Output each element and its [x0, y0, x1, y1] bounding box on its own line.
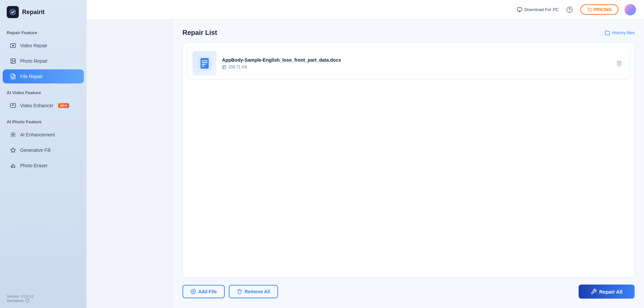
logo-area[interactable]: Repairit: [0, 0, 87, 24]
download-for-pc-button[interactable]: Download For PC: [517, 7, 559, 12]
user-avatar[interactable]: [625, 4, 636, 15]
main-content: Repair List History files AppBody-Sa: [173, 19, 644, 308]
history-files-label: History files: [612, 30, 635, 35]
sidebar-item-video-repair[interactable]: Video Repair: [3, 39, 84, 53]
new-badge: NEW: [58, 103, 69, 108]
repair-list-content: AppBody-Sample-English_lose_front_part_d…: [182, 43, 635, 278]
svg-point-9: [12, 134, 14, 136]
sidebar-item-file-repair[interactable]: File Repair: [3, 69, 84, 83]
file-item: AppBody-Sample-English_lose_front_part_d…: [187, 47, 630, 80]
bottom-bar: Add File Remove All Repair All: [182, 278, 635, 299]
sidebar-label-generative-fill: Generative Fill: [20, 147, 50, 153]
svg-point-19: [591, 11, 591, 11]
sidebar-item-video-enhancer[interactable]: Video Enhancer NEW: [3, 99, 84, 113]
sidebar-item-photo-repair[interactable]: Photo Repair: [3, 54, 84, 68]
sidebar-label-video-enhancer: Video Enhancer: [20, 103, 53, 108]
disclaimer-link[interactable]: Disclaimer: [7, 298, 80, 303]
svg-rect-13: [518, 8, 522, 11]
sidebar-label-ai-enhancement: AI Enhancement: [20, 132, 55, 137]
add-file-label: Add File: [198, 289, 217, 294]
sidebar-label-photo-repair: Photo Repair: [20, 58, 48, 64]
repair-icon: [591, 289, 597, 295]
history-files-button[interactable]: History files: [605, 30, 635, 36]
ai-enhancement-icon: [9, 131, 17, 138]
photo-eraser-icon: [9, 162, 17, 169]
header: Download For PC PRICING: [87, 0, 644, 19]
file-repair-icon: [9, 73, 17, 80]
svg-rect-22: [202, 60, 208, 61]
photo-repair-icon: [9, 57, 17, 65]
file-thumbnail: [193, 51, 217, 75]
svg-rect-25: [202, 66, 205, 66]
help-button[interactable]: [565, 5, 574, 14]
ai-photo-feature-label: AI Photo Feature: [0, 113, 87, 127]
disclaimer-text: Disclaimer: [7, 299, 24, 303]
svg-point-5: [12, 60, 12, 60]
svg-marker-3: [13, 45, 14, 47]
sidebar-label-file-repair: File Repair: [20, 74, 43, 79]
svg-rect-23: [202, 62, 208, 63]
plus-circle-icon: [191, 289, 196, 294]
version-text: Version: V3.0.12: [7, 294, 80, 298]
repair-list-header: Repair List History files: [182, 29, 635, 37]
trash-icon: [616, 60, 622, 66]
remove-all-label: Remove All: [245, 289, 270, 294]
svg-rect-26: [223, 65, 226, 69]
trash-remove-icon: [237, 289, 242, 294]
sidebar-item-photo-eraser[interactable]: Photo Eraser: [3, 159, 84, 173]
svg-point-18: [588, 11, 589, 11]
svg-rect-2: [11, 44, 16, 48]
add-file-button[interactable]: Add File: [182, 285, 225, 298]
folder-icon: [605, 30, 610, 36]
download-label: Download For PC: [524, 7, 559, 12]
delete-file-button[interactable]: [614, 58, 625, 69]
monitor-icon: [517, 7, 522, 12]
repair-all-label: Repair All: [599, 289, 623, 295]
sidebar-item-ai-enhancement[interactable]: AI Enhancement: [3, 128, 84, 142]
file-size: 209.71 KB: [228, 65, 247, 69]
logo-icon: [7, 6, 19, 18]
docx-file-icon: [198, 56, 212, 70]
file-name: AppBody-Sample-English_lose_front_part_d…: [222, 57, 608, 63]
pricing-button[interactable]: PRICING: [580, 4, 619, 15]
repair-feature-label: Repair Feature: [0, 24, 87, 38]
file-size-icon: [222, 65, 226, 69]
file-info: AppBody-Sample-English_lose_front_part_d…: [222, 57, 608, 69]
svg-rect-8: [11, 104, 16, 108]
svg-rect-24: [202, 64, 206, 65]
pricing-label: PRICING: [594, 7, 612, 12]
sidebar-label-photo-eraser: Photo Eraser: [20, 163, 48, 168]
sidebar-label-video-repair: Video Repair: [20, 43, 47, 48]
cart-icon: [587, 7, 592, 12]
sidebar: Repairit Repair Feature Video Repair Pho…: [0, 0, 87, 308]
bottom-left-buttons: Add File Remove All: [182, 285, 278, 298]
logo-text: Repairit: [22, 9, 45, 16]
repair-all-button[interactable]: Repair All: [579, 285, 635, 299]
file-size-row: 209.71 KB: [222, 65, 608, 69]
remove-all-button[interactable]: Remove All: [229, 285, 278, 298]
sidebar-item-generative-fill[interactable]: Generative Fill: [3, 143, 84, 157]
repair-list-title: Repair List: [182, 29, 217, 37]
generative-fill-icon: [9, 146, 17, 154]
sidebar-footer: Version: V3.0.12 Disclaimer: [0, 289, 87, 308]
ai-video-feature-label: AI Video Feature: [0, 84, 87, 98]
svg-rect-21: [201, 58, 209, 69]
video-enhancer-icon: [9, 102, 17, 109]
video-repair-icon: [9, 42, 17, 49]
